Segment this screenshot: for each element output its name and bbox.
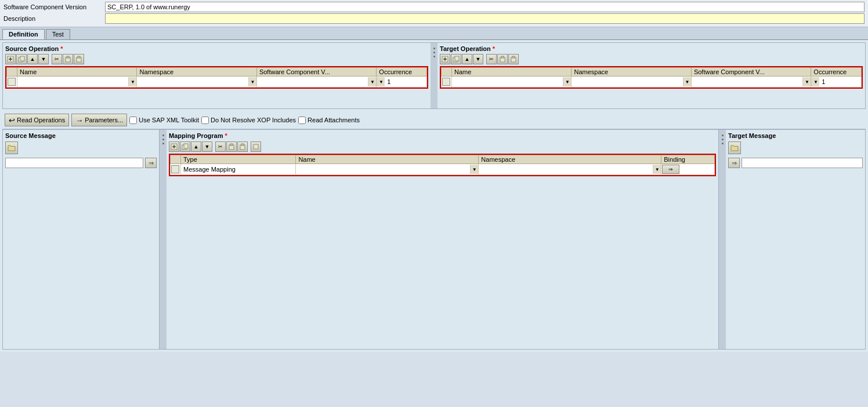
src-down-btn[interactable]: ▼ [38, 54, 49, 64]
src-namespace-dropdown[interactable]: ▼ [248, 77, 256, 86]
src-swcomp-input[interactable] [257, 78, 368, 85]
use-sap-xml-label: Use SAP XML Toolkit [129, 117, 199, 124]
tgt-paste-btn[interactable] [497, 54, 508, 64]
tgt-namespace-dropdown[interactable]: ▼ [683, 77, 691, 86]
map-new-btn[interactable] [169, 141, 179, 152]
source-msg-arrow-btn[interactable]: ⇒ [145, 158, 157, 168]
tgt-new-btn[interactable] [440, 54, 450, 64]
src-copy-btn[interactable] [16, 54, 27, 64]
read-operations-button[interactable]: ↩ Read Operations [5, 114, 69, 126]
operation-panels: Source Operation * ▲ ▼ ✂ [2, 42, 866, 109]
tgt-down-btn[interactable]: ▼ [473, 54, 483, 64]
src-col-swcomp: Software Component V... [256, 68, 376, 77]
map-namespace-dropdown[interactable]: ▼ [653, 165, 661, 174]
mapping-toolbar: ▲ ▼ ✂ [169, 141, 716, 152]
source-msg-folder-btn[interactable] [5, 141, 18, 154]
svg-rect-22 [184, 144, 188, 148]
tgt-row-check[interactable] [442, 78, 450, 86]
map-col-binding: Binding [661, 155, 715, 164]
target-msg-folder-btn[interactable] [728, 141, 741, 154]
read-attachments-label: Read Attachments [298, 117, 360, 124]
tgt-col-swcomp: Software Component V... [691, 68, 811, 77]
tgt-copy-btn[interactable] [451, 54, 461, 64]
divider-dot-3 [433, 56, 435, 57]
src-up-btn[interactable]: ▲ [27, 54, 38, 64]
tab-test[interactable]: Test [46, 29, 70, 39]
src-paste2-btn[interactable] [74, 54, 84, 64]
read-attachments-checkbox[interactable] [298, 117, 306, 124]
tab-definition[interactable]: Definition [2, 29, 45, 39]
parameters-label: Parameters... [85, 117, 123, 123]
svg-rect-4 [20, 56, 24, 61]
target-msg-arrow-btn[interactable]: ⇒ [728, 158, 740, 168]
src-new-btn[interactable] [5, 54, 16, 64]
mapping-grid: Type Name Namespace Binding Message Mapp… [169, 154, 716, 176]
map-extra-btn[interactable] [251, 141, 261, 152]
map-copy-btn[interactable] [180, 141, 190, 152]
target-op-row: ▼ ▼ [442, 77, 862, 88]
tgt-paste2-btn[interactable] [508, 54, 519, 64]
map-up-btn[interactable]: ▲ [191, 141, 201, 152]
map-row-check[interactable] [171, 165, 179, 173]
params-icon: → [75, 116, 83, 125]
read-ops-icon: ↩ [9, 116, 15, 125]
mapping-program-title: Mapping Program [169, 132, 223, 139]
use-sap-xml-checkbox[interactable] [129, 117, 137, 124]
source-operation-panel: Source Operation * ▲ ▼ ✂ [3, 43, 431, 108]
src-occ-dropdown[interactable]: ▼ [377, 77, 385, 86]
map-cut-btn[interactable]: ✂ [215, 141, 226, 152]
source-operation-title: Source Operation [5, 45, 59, 52]
do-not-resolve-text: Do Not Resolve XOP Includes [211, 117, 296, 123]
tgt-up-btn[interactable]: ▲ [462, 54, 472, 64]
use-sap-xml-text: Use SAP XML Toolkit [139, 117, 199, 123]
source-message-title: Source Message [5, 132, 157, 139]
src-row-check[interactable] [8, 78, 16, 86]
map-name-dropdown[interactable]: ▼ [470, 165, 478, 174]
tgt-occ-dropdown[interactable]: ▼ [811, 77, 819, 86]
tgt-swcomp-dropdown[interactable]: ▼ [802, 77, 811, 86]
svg-rect-8 [78, 56, 80, 58]
target-op-toolbar: ▲ ▼ ✂ [440, 54, 863, 64]
divider-dot-1 [433, 48, 435, 49]
tgt-col-occurrence: Occurrence [811, 68, 862, 77]
description-input[interactable] [105, 13, 865, 24]
map-col-type: Type [181, 155, 296, 164]
mapping-row: Message Mapping ▼ [171, 164, 715, 175]
map-namespace-input[interactable] [479, 166, 653, 173]
src-occ-value: 1 [385, 78, 393, 85]
target-message-panel: Target Message ⇒ [726, 130, 865, 349]
tgt-name-dropdown[interactable]: ▼ [563, 77, 571, 86]
src-cut-btn[interactable]: ✂ [52, 54, 62, 64]
do-not-resolve-checkbox[interactable] [201, 117, 209, 124]
tgt-swcomp-input[interactable] [692, 78, 802, 85]
tgt-col-namespace: Namespace [572, 68, 691, 77]
top-bar: Software Component Version Description [0, 0, 868, 27]
do-not-resolve-label: Do Not Resolve XOP Includes [201, 117, 296, 124]
mapping-program-panel: Mapping Program * ▲ ▼ ✂ [167, 130, 719, 349]
source-op-row: ▼ ▼ [7, 77, 427, 88]
src-col-name: Name [17, 68, 137, 77]
src-name-input[interactable] [17, 78, 128, 85]
parameters-button[interactable]: → Parameters... [71, 114, 127, 126]
software-component-label: Software Component Version [3, 3, 105, 10]
svg-rect-15 [501, 56, 504, 58]
src-swcomp-dropdown[interactable]: ▼ [368, 77, 376, 86]
map-paste-btn[interactable] [226, 141, 237, 152]
tgt-cut-btn[interactable]: ✂ [486, 54, 497, 64]
src-name-dropdown[interactable]: ▼ [128, 77, 136, 86]
map-down-btn[interactable]: ▼ [202, 141, 212, 152]
target-message-title: Target Message [728, 132, 863, 139]
src-paste-btn[interactable] [63, 54, 73, 64]
map-name-input[interactable] [296, 166, 470, 173]
svg-rect-6 [67, 56, 69, 58]
src-namespace-input[interactable] [137, 78, 248, 85]
source-msg-input[interactable] [5, 158, 143, 168]
binding-button[interactable]: ⇒ [662, 165, 679, 174]
target-msg-input[interactable] [742, 158, 863, 168]
target-op-grid: Name Namespace Software Component V... O… [440, 66, 863, 89]
tgt-name-input[interactable] [452, 78, 563, 85]
software-component-input[interactable] [105, 2, 865, 12]
map-paste2-btn[interactable] [237, 141, 248, 152]
tgt-namespace-input[interactable] [572, 78, 682, 85]
tgt-occ-value: 1 [819, 78, 827, 85]
